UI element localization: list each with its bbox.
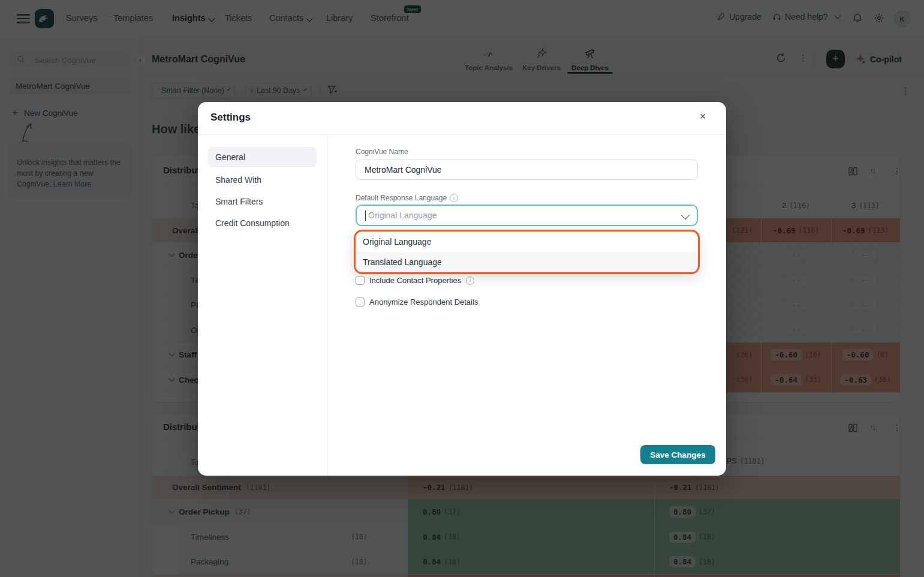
app-root: Surveys Templates Insights Tickets Conta… <box>0 0 924 577</box>
modal-nav-divider <box>327 134 327 476</box>
settings-modal: Settings × General Shared With Smart Fil… <box>198 102 726 476</box>
include-contact-properties-checkbox[interactable] <box>356 276 365 285</box>
info-icon: i <box>466 277 474 285</box>
language-field-label: Default Response Language i <box>356 194 458 202</box>
modal-nav-general[interactable]: General <box>208 147 317 167</box>
cognivue-name-input[interactable] <box>356 160 698 180</box>
save-changes-button[interactable]: Save Changes <box>640 445 715 464</box>
chevron-down-icon <box>681 211 690 220</box>
name-field-label: CogniVue Name <box>356 148 408 156</box>
language-select[interactable]: Original Language <box>356 205 698 226</box>
anonymize-respondent-row: Anonymize Respondent Details <box>356 297 478 306</box>
modal-title: Settings <box>210 112 251 124</box>
language-dropdown-menu-annotated: Original Language Translated Language <box>354 230 700 274</box>
modal-nav-credit-consumption[interactable]: Credit Consumption <box>208 213 317 233</box>
include-contact-properties-row: Include Contact Properties i <box>356 276 474 285</box>
option-original-language[interactable]: Original Language <box>356 232 698 252</box>
close-icon: × <box>700 110 706 123</box>
anonymize-respondent-checkbox[interactable] <box>356 297 365 306</box>
modal-nav-smart-filters[interactable]: Smart Filters <box>208 191 317 212</box>
modal-header-divider <box>198 134 726 135</box>
language-placeholder: Original Language <box>368 211 437 220</box>
text-caret <box>365 211 366 221</box>
modal-close-button[interactable]: × <box>696 109 710 124</box>
option-translated-language[interactable]: Translated Language <box>356 252 698 272</box>
modal-nav-shared-with[interactable]: Shared With <box>208 170 317 190</box>
info-icon: i <box>450 194 458 202</box>
